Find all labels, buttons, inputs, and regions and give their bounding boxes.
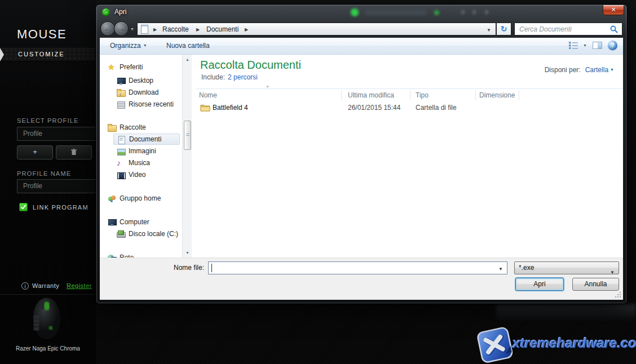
profile-name-input[interactable]: Profile: [17, 179, 96, 193]
sidebar-item-gruppo-home[interactable]: Gruppo home: [104, 193, 161, 204]
sidebar-label: Preferiti: [120, 63, 143, 71]
profile-name-label: PROFILE NAME: [17, 170, 71, 177]
column-header-dimensione[interactable]: Dimensione: [479, 91, 515, 99]
search-box[interactable]: Cerca Documenti: [514, 23, 622, 35]
profile-select-dropdown[interactable]: Profile: [17, 127, 96, 141]
column-divider[interactable]: [410, 90, 410, 100]
blurred-app-bottom: [496, 304, 636, 321]
column-divider[interactable]: [519, 90, 519, 100]
refresh-icon: ↻: [497, 23, 511, 35]
include-line: Include:2 percorsi: [201, 73, 258, 81]
sidebar-item-disco-locale[interactable]: Disco locale (C:): [113, 228, 178, 239]
sidebar-scrollbar[interactable]: ▲ ▼: [182, 55, 192, 258]
chevron-right-icon[interactable]: ▶: [245, 27, 248, 32]
history-dropdown-icon[interactable]: ▼: [130, 27, 134, 31]
computer-icon: [108, 218, 116, 227]
tab-notch: [0, 48, 4, 61]
chevron-right-icon[interactable]: ▶: [153, 27, 157, 32]
warranty-label: Warranty: [32, 282, 59, 289]
organize-label: Organizza: [110, 42, 141, 50]
forward-button[interactable]: →: [114, 21, 129, 36]
close-icon: ✕: [603, 5, 624, 14]
sidebar-label: Video: [129, 171, 145, 179]
breadcrumb-documenti[interactable]: Documenti: [206, 25, 238, 33]
info-icon: i: [21, 282, 29, 290]
filename-input[interactable]: ▼: [208, 261, 507, 274]
filetype-select[interactable]: *.exe ▼: [514, 261, 619, 274]
sidebar-label: Disco locale (C:): [129, 230, 178, 238]
refresh-button[interactable]: ↻: [497, 23, 511, 35]
resize-grip[interactable]: [615, 291, 621, 298]
tab-customize[interactable]: CUSTOMIZE: [18, 51, 65, 57]
column-header-row: Nome Ultima modifica Tipo Dimensione: [196, 88, 623, 101]
sidebar-item-documenti[interactable]: Documenti: [113, 134, 180, 145]
column-header-tipo[interactable]: Tipo: [416, 91, 429, 99]
mouse-product-image: [21, 294, 72, 347]
new-folder-button[interactable]: Nuova cartella: [166, 42, 210, 50]
link-program-checkbox[interactable]: [19, 203, 28, 211]
include-locations-link[interactable]: 2 percorsi: [228, 73, 258, 81]
column-header-ultima-modifica[interactable]: Ultima modifica: [348, 91, 394, 99]
file-name[interactable]: Battlefield 4: [213, 104, 248, 112]
open-button[interactable]: Apri: [515, 278, 564, 291]
delete-profile-button[interactable]: [56, 145, 92, 159]
dialog-content: Organizza▼ Nuova cartella ▼ ?: [100, 38, 623, 300]
scroll-up-icon[interactable]: ▲: [183, 55, 192, 64]
blurred-status-dot: [351, 8, 359, 16]
local-disk-icon: [117, 230, 125, 238]
column-divider[interactable]: [475, 90, 476, 100]
documents-icon: [117, 135, 126, 144]
address-dropdown-icon[interactable]: ▼: [487, 28, 491, 33]
sidebar-label: Risorse recenti: [129, 100, 174, 108]
watermark-x-icon: [475, 324, 516, 364]
navigation-pane: ★ Preferiti Desktop ↓ Download Risorse r…: [100, 55, 196, 258]
sidebar-item-immagini[interactable]: Immagini: [113, 145, 156, 157]
blurred-status-dot: [434, 10, 439, 15]
arrange-value[interactable]: Cartella: [585, 66, 608, 74]
chevron-right-icon[interactable]: ▶: [196, 27, 200, 32]
preview-pane-button[interactable]: [593, 42, 602, 49]
watermark: xtremehardware.com: [475, 324, 636, 363]
command-toolbar: Organizza▼ Nuova cartella ▼ ?: [100, 38, 623, 55]
sidebar-label: Documenti: [129, 135, 161, 143]
arrange-by-control[interactable]: Disponi per:Cartella▼: [545, 66, 614, 74]
scrollbar-thumb[interactable]: [184, 121, 191, 150]
register-link[interactable]: Register: [67, 282, 92, 289]
dialog-titlebar[interactable]: Apri ✕: [96, 5, 627, 20]
sidebar-item-video[interactable]: Video: [113, 169, 145, 180]
forward-arrow-icon: →: [114, 22, 128, 35]
chevron-down-icon[interactable]: ▼: [498, 267, 503, 272]
back-button[interactable]: ←: [100, 21, 115, 36]
sidebar-item-musica[interactable]: ♪ Musica: [113, 157, 150, 168]
sidebar-label: Computer: [120, 218, 149, 226]
chevron-down-icon: ▼: [610, 267, 615, 278]
sort-ascending-icon: ▲: [266, 84, 270, 88]
sidebar-item-raccolte[interactable]: Raccolte: [104, 122, 146, 133]
sidebar-item-desktop[interactable]: Desktop: [113, 75, 153, 86]
breadcrumb-raccolte[interactable]: Raccolte: [162, 25, 189, 33]
cancel-button[interactable]: Annulla: [572, 278, 619, 291]
breadcrumb[interactable]: ▶ Raccolte ▶ Documenti ▶ ▼: [137, 23, 496, 35]
sidebar-item-computer[interactable]: Computer: [104, 216, 149, 228]
folder-icon: [200, 103, 210, 112]
desktop-icon: [117, 77, 125, 85]
file-row-battlefield-4[interactable]: Battlefield 4 26/01/2015 15:44 Cartella …: [196, 102, 623, 114]
change-view-button[interactable]: ▼: [569, 42, 587, 49]
close-button[interactable]: ✕: [603, 5, 624, 15]
organize-menu[interactable]: Organizza▼: [110, 42, 147, 50]
scroll-down-icon[interactable]: ▼: [183, 248, 192, 258]
blurred-window-control: [485, 10, 488, 14]
watermark-text: xtremehardware.com: [513, 335, 636, 351]
device-name-label: Razer Naga Epic Chroma: [16, 345, 80, 352]
column-divider[interactable]: [341, 90, 342, 100]
add-profile-button[interactable]: +: [17, 145, 53, 159]
sidebar-item-preferiti[interactable]: ★ Preferiti: [104, 61, 143, 73]
sidebar-item-download[interactable]: ↓ Download: [113, 87, 158, 98]
sidebar-label: Download: [129, 88, 158, 96]
search-input[interactable]: Cerca Documenti: [519, 25, 572, 33]
sidebar-item-risorse-recenti[interactable]: Risorse recenti: [113, 99, 174, 110]
help-button[interactable]: ?: [608, 41, 617, 50]
recent-places-icon: [117, 100, 125, 109]
column-header-nome[interactable]: Nome: [199, 91, 217, 99]
device-section-title: MOUSE: [17, 27, 67, 42]
